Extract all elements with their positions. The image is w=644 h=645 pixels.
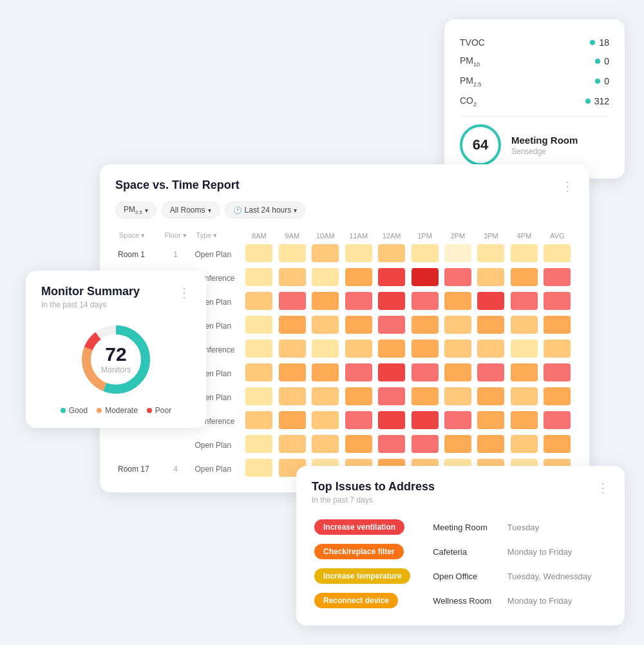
monitor-count: 72 xyxy=(101,345,131,364)
time-filter-label: Last 24 hours xyxy=(245,206,292,215)
heat-cell xyxy=(276,385,308,409)
heat-cell xyxy=(342,361,375,385)
room-name-cell: Room 1 xyxy=(115,242,159,266)
rooms-filter[interactable]: All Rooms ▾ xyxy=(162,202,220,218)
heat-cell xyxy=(276,266,308,290)
tvoc-label: TVOC xyxy=(460,37,485,48)
issue-tag[interactable]: Increase temperature xyxy=(314,568,410,584)
heat-cell xyxy=(342,242,375,266)
floor-cell xyxy=(159,433,193,457)
metric-row-pm10: PM10 0 xyxy=(460,52,609,72)
heat-cell xyxy=(507,314,540,338)
heat-cell xyxy=(475,290,507,314)
heat-cell xyxy=(441,290,474,314)
tvoc-value: 18 xyxy=(590,37,609,48)
metric-filter[interactable]: PM2.5 ▾ xyxy=(115,202,156,218)
heat-cell xyxy=(243,242,276,266)
heat-cell xyxy=(475,314,507,338)
co2-label: CO2 xyxy=(460,95,477,108)
room-name-cell: Room 17 xyxy=(115,457,159,481)
heat-cell xyxy=(507,433,540,457)
issue-time-cell: Monday to Friday xyxy=(505,539,609,564)
monitor-more-icon[interactable]: ⋮ xyxy=(178,285,191,300)
heat-cell xyxy=(541,433,574,457)
co2-dot xyxy=(585,99,591,104)
heat-cell xyxy=(276,242,308,266)
heat-cell xyxy=(475,266,507,290)
heat-cell xyxy=(408,338,441,361)
issues-more-icon[interactable]: ⋮ xyxy=(596,480,609,496)
issue-tag[interactable]: Increase ventilation xyxy=(314,519,404,535)
heat-cell xyxy=(441,433,474,457)
list-item: Increase temperature Open Office Tuesday… xyxy=(312,564,609,588)
filter-bar: PM2.5 ▾ All Rooms ▾ 🕐 Last 24 hours ▾ xyxy=(115,202,574,218)
metric-row-pm25: PM2.5 0 xyxy=(460,72,609,91)
rooms-filter-label: All Rooms xyxy=(170,206,205,215)
device-name: Sensedge xyxy=(511,147,578,156)
floor-cell: 4 xyxy=(159,457,193,481)
monitor-summary-card: Monitor Summary In the past 14 days ⋮ 72… xyxy=(26,271,206,428)
heat-cell xyxy=(541,409,574,433)
good-label: Good xyxy=(69,406,88,415)
issue-tag[interactable]: Check/replace filter xyxy=(314,544,404,559)
issue-tag-cell: Check/replace filter xyxy=(312,539,430,564)
heat-cell xyxy=(507,409,540,433)
heat-cell xyxy=(342,290,375,314)
heat-cell xyxy=(309,338,342,361)
issue-tag[interactable]: Reconnect device xyxy=(314,593,398,608)
space-time-title: Space vs. Time Report xyxy=(115,178,240,192)
heat-cell xyxy=(441,242,474,266)
monitor-unit: Monitors xyxy=(101,365,131,374)
moderate-dot xyxy=(97,408,102,413)
legend-poor: Poor xyxy=(147,406,171,415)
heat-cell xyxy=(441,361,474,385)
pm10-dot xyxy=(595,59,600,64)
heat-cell xyxy=(309,290,342,314)
time-filter[interactable]: 🕐 Last 24 hours ▾ xyxy=(225,202,306,218)
good-dot xyxy=(61,408,66,413)
col-avg: AVG xyxy=(541,229,574,242)
heat-cell xyxy=(276,314,308,338)
heat-cell xyxy=(243,290,276,314)
heat-cell xyxy=(441,385,474,409)
clock-icon: 🕐 xyxy=(233,206,242,215)
col-2pm: 2PM xyxy=(441,229,474,242)
heat-cell xyxy=(541,338,574,361)
metric-row-tvoc: TVOC 18 xyxy=(460,34,609,52)
heat-cell xyxy=(309,409,342,433)
time-filter-arrow: ▾ xyxy=(294,207,297,214)
heat-cell xyxy=(243,338,276,361)
co2-value: 312 xyxy=(585,96,609,106)
heat-cell xyxy=(375,290,408,314)
heat-cell xyxy=(541,266,574,290)
heat-cell xyxy=(408,242,441,266)
heat-cell xyxy=(475,361,507,385)
air-quality-score: 64 xyxy=(460,124,501,166)
more-options-icon[interactable]: ⋮ xyxy=(561,178,574,194)
heat-cell xyxy=(408,385,441,409)
heat-cell xyxy=(475,338,507,361)
issues-subtitle: In the past 7 days xyxy=(312,496,435,505)
heat-cell xyxy=(276,338,308,361)
heat-cell xyxy=(243,314,276,338)
poor-dot xyxy=(147,408,152,413)
tvoc-dot xyxy=(590,40,595,45)
issue-tag-cell: Increase ventilation xyxy=(312,515,430,539)
heat-cell xyxy=(342,433,375,457)
metric-filter-label: PM2.5 xyxy=(124,205,142,215)
donut-chart: 72 Monitors xyxy=(77,321,155,398)
issue-location-cell: Meeting Room xyxy=(430,515,505,539)
heat-cell xyxy=(342,266,375,290)
col-type-header: Type ▾ xyxy=(192,229,242,242)
heat-cell xyxy=(441,338,474,361)
heat-cell xyxy=(507,242,540,266)
heat-cell xyxy=(475,385,507,409)
heat-cell xyxy=(375,338,408,361)
heat-cell xyxy=(375,433,408,457)
heat-cell xyxy=(309,266,342,290)
col-floor-header: Floor ▾ xyxy=(159,229,193,242)
issue-time-cell: Monday to Friday xyxy=(505,588,609,613)
heat-cell xyxy=(309,385,342,409)
col-space-header: Space ▾ xyxy=(115,229,159,242)
rooms-filter-arrow: ▾ xyxy=(208,207,211,214)
